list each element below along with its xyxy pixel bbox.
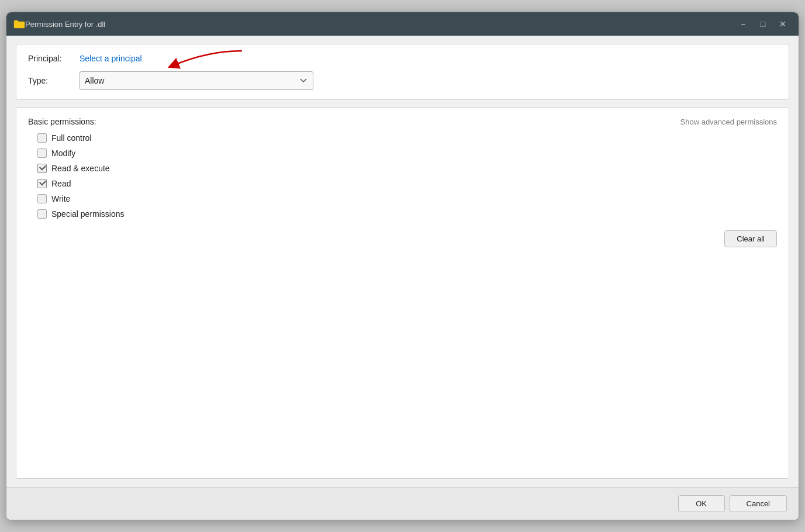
bottom-bar: OK Cancel [6,487,799,520]
permissions-header: Basic permissions: Show advanced permiss… [28,117,777,126]
permission-item-write: Write [37,194,777,203]
permission-item-read: Read [37,179,777,188]
label-read[interactable]: Read [51,179,71,188]
checkbox-full-control[interactable] [37,133,47,143]
red-arrow-indicator [161,48,243,71]
principal-row: Principal: Select a principal [28,54,777,63]
label-special[interactable]: Special permissions [51,209,125,219]
checkbox-read[interactable] [37,179,47,188]
folder-icon [13,19,25,29]
permission-entry-dialog: Permission Entry for .dll − □ ✕ Principa… [6,12,799,520]
clear-all-button[interactable]: Clear all [724,230,777,247]
label-full-control[interactable]: Full control [51,133,91,143]
titlebar-title: Permission Entry for .dll [25,20,734,29]
principal-panel: Principal: Select a principal [16,44,789,100]
permissions-list: Full control Modify Read & execute Read [28,133,777,219]
maximize-button[interactable]: □ [754,15,772,33]
select-principal-link[interactable]: Select a principal [80,54,142,63]
checkbox-read-execute[interactable] [37,164,47,173]
checkbox-special[interactable] [37,209,47,219]
label-modify[interactable]: Modify [51,148,75,158]
permissions-title: Basic permissions: [28,117,96,126]
label-read-execute[interactable]: Read & execute [51,164,110,173]
principal-link-container: Select a principal [80,54,142,63]
type-row: Type: Allow Deny [28,71,777,90]
permission-item-read-execute: Read & execute [37,164,777,173]
ok-button[interactable]: OK [678,495,725,512]
checkbox-modify[interactable] [37,148,47,158]
type-select[interactable]: Allow Deny [80,71,313,90]
label-write[interactable]: Write [51,194,70,203]
titlebar-controls: − □ ✕ [734,15,792,33]
close-button[interactable]: ✕ [774,15,792,33]
type-label: Type: [28,76,75,85]
show-advanced-link[interactable]: Show advanced permissions [680,118,777,126]
permission-item-full-control: Full control [37,133,777,143]
minimize-button[interactable]: − [734,15,752,33]
permission-item-special: Special permissions [37,209,777,219]
principal-label: Principal: [28,54,75,63]
checkbox-write[interactable] [37,194,47,203]
cancel-button[interactable]: Cancel [730,495,787,512]
main-content: Principal: Select a principal [6,36,799,487]
permissions-panel: Basic permissions: Show advanced permiss… [16,107,789,479]
titlebar: Permission Entry for .dll − □ ✕ [6,12,799,36]
permission-item-modify: Modify [37,148,777,158]
clear-all-row: Clear all [28,230,777,247]
